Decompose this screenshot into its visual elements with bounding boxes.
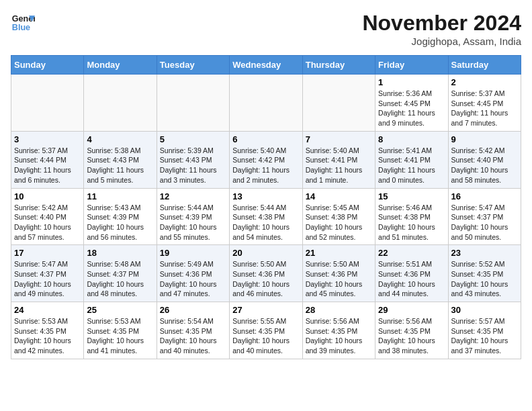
calendar-cell: 9Sunrise: 5:42 AM Sunset: 4:40 PM Daylig… — [448, 131, 521, 188]
weekday-header: Thursday — [302, 56, 375, 75]
day-number: 6 — [232, 134, 299, 144]
calendar-cell: 21Sunrise: 5:50 AM Sunset: 4:36 PM Dayli… — [302, 245, 375, 302]
calendar-cell: 30Sunrise: 5:57 AM Sunset: 4:35 PM Dayli… — [448, 302, 521, 359]
calendar-cell — [84, 75, 157, 132]
calendar-cell: 13Sunrise: 5:44 AM Sunset: 4:38 PM Dayli… — [230, 188, 302, 245]
day-number: 19 — [160, 248, 226, 258]
calendar-cell: 10Sunrise: 5:42 AM Sunset: 4:40 PM Dayli… — [11, 188, 84, 245]
calendar-week-row: 1Sunrise: 5:36 AM Sunset: 4:45 PM Daylig… — [11, 75, 521, 132]
day-info: Sunrise: 5:50 AM Sunset: 4:36 PM Dayligh… — [232, 259, 299, 299]
day-number: 1 — [378, 77, 445, 87]
day-number: 15 — [378, 191, 445, 201]
day-info: Sunrise: 5:45 AM Sunset: 4:38 PM Dayligh… — [306, 203, 372, 242]
day-number: 26 — [160, 305, 226, 315]
day-number: 11 — [87, 191, 153, 201]
day-number: 23 — [451, 248, 518, 258]
day-number: 17 — [14, 248, 81, 258]
day-info: Sunrise: 5:47 AM Sunset: 4:37 PM Dayligh… — [14, 259, 81, 299]
day-info: Sunrise: 5:39 AM Sunset: 4:43 PM Dayligh… — [160, 146, 226, 185]
calendar-cell: 1Sunrise: 5:36 AM Sunset: 4:45 PM Daylig… — [375, 75, 448, 132]
weekday-header: Friday — [375, 56, 448, 75]
day-number: 16 — [451, 191, 518, 201]
page-header: General Blue November 2024 Jogighopa, As… — [11, 11, 521, 47]
calendar-cell: 3Sunrise: 5:37 AM Sunset: 4:44 PM Daylig… — [11, 131, 84, 188]
day-info: Sunrise: 5:57 AM Sunset: 4:35 PM Dayligh… — [451, 316, 518, 356]
day-number: 12 — [160, 191, 226, 201]
day-info: Sunrise: 5:41 AM Sunset: 4:41 PM Dayligh… — [378, 146, 445, 185]
calendar-cell: 2Sunrise: 5:37 AM Sunset: 4:45 PM Daylig… — [448, 75, 521, 132]
day-info: Sunrise: 5:40 AM Sunset: 4:41 PM Dayligh… — [306, 146, 372, 185]
logo: General Blue — [11, 11, 35, 35]
calendar-table: SundayMondayTuesdayWednesdayThursdayFrid… — [11, 55, 521, 359]
weekday-header: Monday — [84, 56, 157, 75]
day-number: 4 — [87, 134, 153, 144]
day-number: 22 — [378, 248, 445, 258]
calendar-cell: 11Sunrise: 5:43 AM Sunset: 4:39 PM Dayli… — [84, 188, 157, 245]
day-info: Sunrise: 5:48 AM Sunset: 4:37 PM Dayligh… — [87, 259, 153, 299]
calendar-cell: 17Sunrise: 5:47 AM Sunset: 4:37 PM Dayli… — [11, 245, 84, 302]
calendar-cell: 16Sunrise: 5:47 AM Sunset: 4:37 PM Dayli… — [448, 188, 521, 245]
day-number: 5 — [160, 134, 226, 144]
calendar-cell: 24Sunrise: 5:53 AM Sunset: 4:35 PM Dayli… — [11, 302, 84, 359]
calendar-cell: 14Sunrise: 5:45 AM Sunset: 4:38 PM Dayli… — [302, 188, 375, 245]
calendar-cell: 7Sunrise: 5:40 AM Sunset: 4:41 PM Daylig… — [302, 131, 375, 188]
day-number: 10 — [14, 191, 81, 201]
day-info: Sunrise: 5:44 AM Sunset: 4:38 PM Dayligh… — [232, 203, 299, 242]
day-info: Sunrise: 5:53 AM Sunset: 4:35 PM Dayligh… — [87, 316, 153, 356]
calendar-cell: 6Sunrise: 5:40 AM Sunset: 4:42 PM Daylig… — [230, 131, 302, 188]
calendar-week-row: 3Sunrise: 5:37 AM Sunset: 4:44 PM Daylig… — [11, 131, 521, 188]
day-info: Sunrise: 5:53 AM Sunset: 4:35 PM Dayligh… — [14, 316, 81, 356]
day-info: Sunrise: 5:38 AM Sunset: 4:43 PM Dayligh… — [87, 146, 153, 185]
day-number: 28 — [306, 305, 372, 315]
day-number: 7 — [306, 134, 372, 144]
day-info: Sunrise: 5:54 AM Sunset: 4:35 PM Dayligh… — [160, 316, 226, 356]
calendar-cell: 29Sunrise: 5:56 AM Sunset: 4:35 PM Dayli… — [375, 302, 448, 359]
weekday-header: Tuesday — [157, 56, 229, 75]
weekday-header: Sunday — [11, 56, 84, 75]
day-number: 2 — [451, 77, 518, 87]
day-number: 30 — [451, 305, 518, 315]
calendar-week-row: 10Sunrise: 5:42 AM Sunset: 4:40 PM Dayli… — [11, 188, 521, 245]
calendar-cell: 5Sunrise: 5:39 AM Sunset: 4:43 PM Daylig… — [157, 131, 229, 188]
svg-text:Blue: Blue — [12, 23, 30, 32]
calendar-cell — [11, 75, 84, 132]
calendar-cell: 26Sunrise: 5:54 AM Sunset: 4:35 PM Dayli… — [157, 302, 229, 359]
day-info: Sunrise: 5:36 AM Sunset: 4:45 PM Dayligh… — [378, 89, 445, 128]
day-info: Sunrise: 5:56 AM Sunset: 4:35 PM Dayligh… — [306, 316, 372, 356]
day-number: 27 — [232, 305, 299, 315]
calendar-cell: 19Sunrise: 5:49 AM Sunset: 4:36 PM Dayli… — [157, 245, 229, 302]
day-number: 8 — [378, 134, 445, 144]
calendar-cell: 22Sunrise: 5:51 AM Sunset: 4:36 PM Dayli… — [375, 245, 448, 302]
calendar-cell: 20Sunrise: 5:50 AM Sunset: 4:36 PM Dayli… — [230, 245, 302, 302]
calendar-week-row: 24Sunrise: 5:53 AM Sunset: 4:35 PM Dayli… — [11, 302, 521, 359]
title-block: November 2024 Jogighopa, Assam, India — [362, 11, 521, 47]
day-info: Sunrise: 5:37 AM Sunset: 4:44 PM Dayligh… — [14, 146, 81, 185]
day-info: Sunrise: 5:52 AM Sunset: 4:35 PM Dayligh… — [451, 259, 518, 299]
day-info: Sunrise: 5:43 AM Sunset: 4:39 PM Dayligh… — [87, 203, 153, 242]
weekday-header: Wednesday — [230, 56, 302, 75]
calendar-week-row: 17Sunrise: 5:47 AM Sunset: 4:37 PM Dayli… — [11, 245, 521, 302]
weekday-header-row: SundayMondayTuesdayWednesdayThursdayFrid… — [11, 56, 521, 75]
calendar-cell: 12Sunrise: 5:44 AM Sunset: 4:39 PM Dayli… — [157, 188, 229, 245]
day-info: Sunrise: 5:37 AM Sunset: 4:45 PM Dayligh… — [451, 89, 518, 128]
calendar-cell: 4Sunrise: 5:38 AM Sunset: 4:43 PM Daylig… — [84, 131, 157, 188]
calendar-cell — [157, 75, 229, 132]
location: Jogighopa, Assam, India — [362, 36, 521, 47]
day-info: Sunrise: 5:44 AM Sunset: 4:39 PM Dayligh… — [160, 203, 226, 242]
day-info: Sunrise: 5:46 AM Sunset: 4:38 PM Dayligh… — [378, 203, 445, 242]
day-info: Sunrise: 5:40 AM Sunset: 4:42 PM Dayligh… — [232, 146, 299, 185]
calendar-cell — [302, 75, 375, 132]
day-number: 29 — [378, 305, 445, 315]
calendar-cell: 28Sunrise: 5:56 AM Sunset: 4:35 PM Dayli… — [302, 302, 375, 359]
day-number: 3 — [14, 134, 81, 144]
calendar-cell: 25Sunrise: 5:53 AM Sunset: 4:35 PM Dayli… — [84, 302, 157, 359]
weekday-header: Saturday — [448, 56, 521, 75]
day-number: 20 — [232, 248, 299, 258]
calendar-cell: 27Sunrise: 5:55 AM Sunset: 4:35 PM Dayli… — [230, 302, 302, 359]
calendar-cell: 23Sunrise: 5:52 AM Sunset: 4:35 PM Dayli… — [448, 245, 521, 302]
day-number: 14 — [306, 191, 372, 201]
day-info: Sunrise: 5:55 AM Sunset: 4:35 PM Dayligh… — [232, 316, 299, 356]
month-title: November 2024 — [362, 11, 521, 36]
day-number: 25 — [87, 305, 153, 315]
day-number: 9 — [451, 134, 518, 144]
